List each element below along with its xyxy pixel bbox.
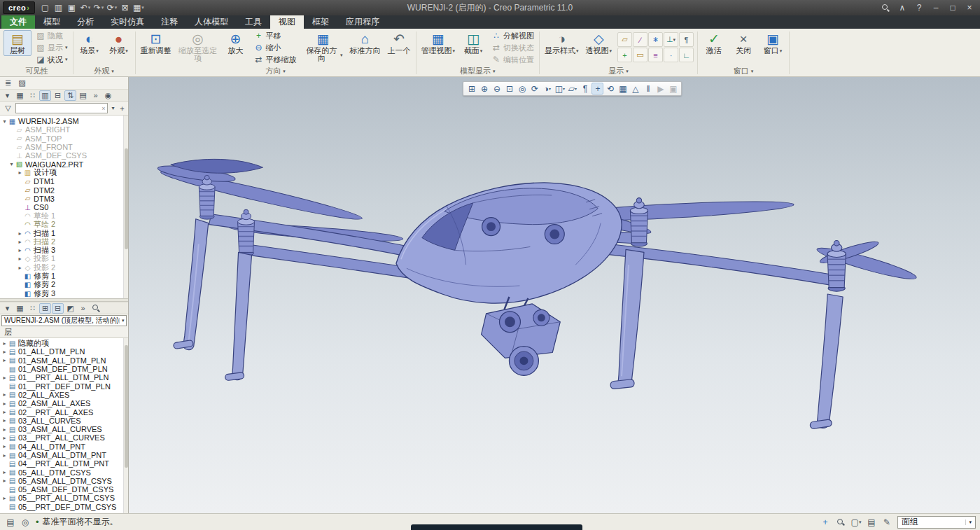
tab-model[interactable]: 模型 bbox=[35, 15, 69, 29]
model-tree-item[interactable]: ▸ ◇ 投影 2 bbox=[1, 263, 128, 272]
resume-render-icon[interactable]: ▶ bbox=[654, 83, 666, 95]
toggle-status-button[interactable]: ⇄ 切换状态 bbox=[489, 42, 537, 53]
layer-item[interactable]: ▸ ▤ 01_ALL_DTM_PLN bbox=[1, 347, 128, 356]
csys-tag-display-toggle[interactable]: ∟ bbox=[679, 48, 694, 62]
tab-live-simulation[interactable]: 实时仿真 bbox=[102, 15, 153, 29]
close-window-button[interactable]: × 关闭 bbox=[729, 30, 757, 56]
exploded-view-button[interactable]: ∴ 分解视图 bbox=[489, 30, 537, 41]
layer-item[interactable]: ▸ ▤ 01__PRT_ALL_DTM_PLN bbox=[1, 373, 128, 382]
windows-button[interactable]: ▣ 窗口▾ bbox=[759, 30, 787, 56]
tree-style-icon[interactable]: ▥ bbox=[39, 90, 51, 101]
point-tag-display-toggle[interactable]: · bbox=[664, 48, 678, 62]
plane-tag-display-toggle[interactable]: ▭ bbox=[633, 48, 648, 62]
minimize-icon[interactable]: – bbox=[928, 1, 944, 14]
pan-button[interactable]: + 平移 bbox=[251, 30, 300, 41]
model-tree-item[interactable]: ◧ 修剪 1 bbox=[1, 272, 128, 280]
layer-item[interactable]: ▤ 01_ASM_DEF_DTM_PLN bbox=[1, 365, 128, 373]
expand-icon[interactable]: ▸ bbox=[1, 400, 8, 407]
model-tree-item[interactable]: ▸ ◠ 扫描 3 bbox=[1, 246, 128, 254]
navigator-toggle-icon[interactable]: ▤ bbox=[4, 516, 17, 528]
perspective-button[interactable]: ◇ 透视图▾ bbox=[583, 30, 615, 56]
model-tree-item[interactable]: ▱ DTM3 bbox=[1, 195, 128, 203]
tab-view[interactable]: 视图 bbox=[270, 15, 304, 29]
perspective-icon[interactable]: △ bbox=[629, 83, 641, 95]
model-tree-item[interactable]: ▸ ▥ 设计项 bbox=[1, 169, 128, 177]
zoom-region-icon[interactable]: ⊞ bbox=[465, 83, 477, 95]
layer-model-combo[interactable]: WURENJI-2.ASM (顶层模型, 活动的) ▾ bbox=[1, 315, 127, 326]
layer-item[interactable]: ▤ 01__PRT_DEF_DTM_PLN bbox=[1, 382, 128, 390]
model-tree-item[interactable]: ▸ ◠ 扫描 1 bbox=[1, 229, 128, 237]
manage-views-button[interactable]: ▦ 管理视图▾ bbox=[419, 30, 458, 56]
scene-button[interactable]: ◐ 场景▾ bbox=[76, 30, 104, 56]
repaint-icon[interactable]: ⟳ bbox=[528, 83, 540, 95]
paint-selection-icon[interactable]: ✎ bbox=[881, 516, 893, 528]
expand-icon[interactable]: ▸ bbox=[17, 169, 23, 176]
spin-center-toggle[interactable]: + bbox=[617, 48, 632, 62]
annotation-display-toggle[interactable]: ¶ bbox=[679, 32, 694, 47]
layer-view-icon[interactable]: ▦ bbox=[14, 303, 26, 314]
open-file-icon[interactable]: ▥ bbox=[52, 1, 64, 14]
zoom-out-button[interactable]: ⊖ 缩小 bbox=[251, 42, 300, 53]
dialog-launcher-icon[interactable]: ▾ bbox=[493, 69, 496, 74]
tree-overflow-icon[interactable]: » bbox=[90, 90, 102, 101]
activate-button[interactable]: ✓ 激活 bbox=[700, 30, 728, 56]
search-tool-icon[interactable] bbox=[834, 516, 847, 528]
layer-item[interactable]: ▸ ▤ 04_ALL_DTM_PNT bbox=[1, 442, 128, 451]
expand-icon[interactable]: ▾ bbox=[8, 161, 15, 167]
dialog-launcher-icon[interactable]: ▾ bbox=[751, 69, 754, 74]
zoom-out-icon[interactable]: ⊖ bbox=[491, 83, 503, 95]
layer-isolate-icon[interactable]: ◩ bbox=[64, 303, 76, 314]
datum-display-filters-icon[interactable]: ▱▾ bbox=[566, 83, 578, 95]
model-tree-item[interactable]: ⊥ ASM_DEF_CSYS bbox=[1, 151, 128, 160]
layer-tree-button[interactable]: ▤ 层树 bbox=[4, 30, 31, 56]
tree-settings-icon[interactable]: ◉ bbox=[102, 90, 114, 101]
add-filter-icon[interactable]: + bbox=[118, 103, 126, 113]
expand-icon[interactable]: ▸ bbox=[17, 256, 23, 262]
model-tree-item[interactable]: ▾ ▧ WAIGUAN2.PRT bbox=[1, 160, 128, 168]
expand-icon[interactable]: ▸ bbox=[1, 469, 8, 475]
zoom-in-icon[interactable]: ⊕ bbox=[478, 83, 490, 95]
expand-icon[interactable]: ▸ bbox=[17, 239, 23, 245]
filter-funnel-icon[interactable]: ▽ bbox=[2, 103, 14, 113]
expand-icon[interactable]: ▸ bbox=[17, 230, 23, 237]
layer-item[interactable]: ▸ ▤ 02_ASM_ALL_AXES bbox=[1, 399, 128, 407]
expand-icon[interactable]: ▸ bbox=[1, 340, 8, 347]
pause-render-icon[interactable]: ‖ bbox=[642, 83, 654, 95]
scroll-thumb[interactable] bbox=[125, 148, 128, 249]
zoom-in-button[interactable]: ⊕ 放大 bbox=[222, 30, 250, 56]
layer-tree-scrollbar[interactable] bbox=[123, 338, 128, 513]
layer-item[interactable]: ▸ ▤ 隐藏的项 bbox=[1, 339, 128, 347]
pan-zoom-button[interactable]: ⇄ 平移缩放 bbox=[251, 54, 300, 65]
layer-item[interactable]: ▸ ▤ 03_ASM_ALL_CURVES bbox=[1, 425, 128, 433]
tree-columns-icon[interactable]: ∷ bbox=[27, 90, 38, 101]
close-icon[interactable]: × bbox=[962, 1, 977, 14]
layer-item[interactable]: ▤ 05_ASM_DEF_DTM_CSYS bbox=[1, 485, 128, 494]
save-icon[interactable]: ▣ bbox=[66, 1, 78, 14]
display-style-button[interactable]: ◑ 显示样式▾ bbox=[542, 30, 582, 56]
tree-collapse-icon[interactable]: ⊟ bbox=[52, 90, 64, 101]
layer-item[interactable]: ▸ ▤ 05_ALL_DTM_CSYS bbox=[1, 468, 128, 476]
tree-sort-icon[interactable]: ⇅ bbox=[64, 90, 76, 101]
hide-button[interactable]: ▨ 隐藏 bbox=[33, 30, 71, 41]
model-tree-item[interactable]: ◧ 修剪 2 bbox=[1, 281, 128, 289]
view-manager-icon[interactable]: ▦ bbox=[617, 83, 629, 95]
model-tree-item[interactable]: ◠ 草绘 1 bbox=[1, 211, 128, 220]
layer-item[interactable]: ▸ ▤ 02_ALL_AXES bbox=[1, 391, 128, 399]
redo-icon[interactable]: ↷▾ bbox=[92, 1, 104, 14]
expand-icon[interactable]: ▾ bbox=[1, 118, 8, 125]
layer-item[interactable]: ▤ 04__PRT_ALL_DTM_PNT bbox=[1, 459, 128, 468]
appearance-button[interactable]: ● 外观▾ bbox=[105, 30, 133, 56]
model-tree-item[interactable]: ◧ 修剪 3 bbox=[1, 289, 128, 298]
model-tree-item[interactable]: ▱ ASM_TOP bbox=[1, 134, 128, 143]
previous-view-button[interactable]: ↶ 上一个 bbox=[385, 30, 414, 56]
tab-applications[interactable]: 应用程序 bbox=[337, 15, 388, 29]
layer-overflow-icon[interactable]: » bbox=[77, 303, 89, 314]
model-tree-item[interactable]: ▱ DTM1 bbox=[1, 177, 128, 186]
tab-framework[interactable]: 框架 bbox=[304, 15, 337, 29]
model-tree-scrollbar[interactable] bbox=[123, 116, 128, 298]
regenerate-icon[interactable]: ⟳▾ bbox=[106, 1, 118, 14]
saved-orientations-button[interactable]: ▦ 保存的方向▾ bbox=[301, 30, 346, 64]
tree-menu-icon[interactable]: ▾ bbox=[1, 90, 13, 101]
model-tree-item[interactable]: ▱ ASM_RIGHT bbox=[1, 125, 128, 134]
browser-toggle-icon[interactable]: ◎ bbox=[19, 516, 31, 528]
